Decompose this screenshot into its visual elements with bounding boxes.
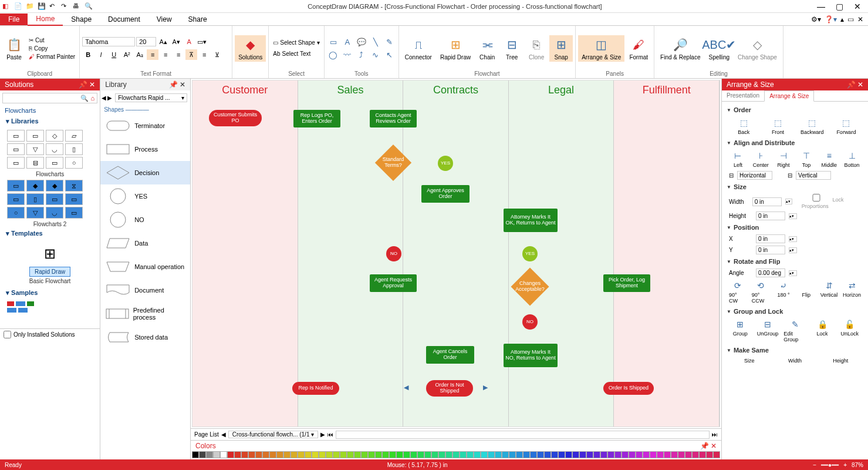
- color-swatch[interactable]: [220, 451, 227, 458]
- close-panel-icon[interactable]: ✕: [180, 80, 185, 89]
- align-middle[interactable]: ≡Middle: [820, 150, 838, 168]
- section-make-same[interactable]: Make Same: [727, 344, 863, 356]
- section-group[interactable]: Group and Lock: [727, 306, 863, 317]
- print-icon[interactable]: 🖶: [73, 2, 81, 11]
- solutions-button[interactable]: ◆ Solutions: [235, 35, 266, 62]
- angle-input[interactable]: [756, 268, 785, 277]
- tool-pointer-icon[interactable]: ↖: [383, 49, 396, 61]
- increase-font-icon[interactable]: A▴: [157, 36, 169, 47]
- node-attorney-ok[interactable]: Attorney Marks It OK, Returns to Agent: [504, 209, 558, 232]
- x-input[interactable]: [756, 234, 785, 243]
- swimlane-diagram[interactable]: Customer Sales Contracts Legal Fulfillme…: [192, 80, 720, 427]
- tab-document[interactable]: Document: [100, 14, 148, 25]
- tool-text-icon[interactable]: A: [341, 36, 354, 48]
- clone-button[interactable]: ⎘Clone: [525, 35, 548, 62]
- edit-group-btn[interactable]: ✎Edit Group: [783, 319, 806, 343]
- color-swatch[interactable]: [692, 451, 699, 458]
- shape-decision[interactable]: Decision: [100, 161, 190, 184]
- color-swatch[interactable]: [319, 451, 326, 458]
- zoom-slider[interactable]: ━━●━━: [821, 462, 839, 468]
- color-swatch[interactable]: [438, 451, 445, 458]
- color-swatch[interactable]: [326, 451, 333, 458]
- dist-vertical[interactable]: [796, 171, 831, 180]
- node-contacts-agent[interactable]: Contacts Agent Reviews Order: [370, 110, 417, 127]
- color-swatch[interactable]: [699, 451, 706, 458]
- node-order-shipped[interactable]: Order Is Shipped: [603, 382, 654, 395]
- color-swatch[interactable]: [516, 451, 523, 458]
- color-swatch[interactable]: [481, 451, 488, 458]
- rapid-draw-badge[interactable]: Rapid Draw: [29, 267, 70, 277]
- color-swatch[interactable]: [410, 451, 417, 458]
- color-swatch[interactable]: [706, 451, 713, 458]
- connector-button[interactable]: ⎍Connector: [401, 35, 435, 62]
- page-next-icon[interactable]: ▶: [320, 431, 325, 438]
- sample-preview[interactable]: [0, 299, 100, 328]
- color-swatch[interactable]: [340, 451, 347, 458]
- flip-vertical[interactable]: ⇵Vertical: [820, 280, 838, 304]
- color-swatch[interactable]: [467, 451, 474, 458]
- italic-icon[interactable]: I: [95, 49, 107, 60]
- color-swatch[interactable]: [671, 451, 678, 458]
- page-tab[interactable]: Cross-functional flowch... (1/1 ▾: [228, 431, 319, 438]
- node-no-1[interactable]: NO: [386, 246, 401, 261]
- tool-spline-icon[interactable]: ∿: [369, 49, 382, 61]
- shape-document[interactable]: Document: [100, 278, 190, 302]
- rotate-180[interactable]: ⤾180 °: [775, 280, 793, 304]
- color-swatch[interactable]: [530, 451, 537, 458]
- settings-dropdown-icon[interactable]: ⚙▾: [811, 15, 821, 24]
- zoom-out-icon[interactable]: −: [813, 462, 816, 468]
- align-right[interactable]: ⊣Right: [775, 150, 793, 168]
- color-swatch[interactable]: [192, 451, 199, 458]
- section-position[interactable]: Position: [727, 221, 863, 233]
- font-select[interactable]: [82, 37, 135, 46]
- color-swatch[interactable]: [607, 451, 614, 458]
- section-order[interactable]: Order: [727, 104, 863, 116]
- node-agent-requests[interactable]: Agent Requests Approval: [370, 274, 417, 292]
- select-text-button[interactable]: AbSelect Text: [271, 50, 322, 58]
- subscript-icon[interactable]: A₂: [134, 49, 146, 60]
- window-restore-icon[interactable]: ▭: [847, 15, 854, 24]
- nav-next-icon[interactable]: ▶: [483, 384, 488, 391]
- color-swatch[interactable]: [558, 451, 565, 458]
- page-last-icon[interactable]: ⏭: [712, 431, 718, 438]
- shape-process[interactable]: Process: [100, 137, 190, 161]
- align-right-icon[interactable]: ≡: [173, 49, 184, 60]
- color-swatch[interactable]: [396, 451, 403, 458]
- library-grid-2[interactable]: ▭◆◆⧖ ▭▯▭▭ ○▽◡▭: [0, 177, 100, 221]
- pin-icon[interactable]: 📌: [169, 80, 178, 89]
- page-prev-icon[interactable]: ◀: [221, 431, 226, 438]
- preview-icon[interactable]: 🔍: [85, 2, 93, 11]
- color-swatch[interactable]: [333, 451, 340, 458]
- order-forward[interactable]: ⬚Forward: [832, 118, 861, 135]
- cut-button[interactable]: ✂Cut: [27, 36, 77, 44]
- color-swatch[interactable]: [657, 451, 664, 458]
- tool-line-icon[interactable]: ╲: [369, 36, 382, 48]
- section-rotate[interactable]: Rotate and Flip: [727, 256, 863, 267]
- close-panel-icon[interactable]: ✕: [89, 80, 95, 89]
- color-swatch[interactable]: [312, 451, 319, 458]
- color-swatch[interactable]: [488, 451, 495, 458]
- nav-fwd-icon[interactable]: ▶: [107, 95, 112, 101]
- color-swatch[interactable]: [227, 451, 234, 458]
- color-swatch[interactable]: [509, 451, 516, 458]
- tab-home[interactable]: Home: [28, 13, 63, 26]
- color-swatch[interactable]: [572, 451, 579, 458]
- color-swatch[interactable]: [206, 451, 213, 458]
- order-front[interactable]: ⬚Front: [763, 118, 792, 135]
- color-swatch[interactable]: [255, 451, 262, 458]
- underline-icon[interactable]: U: [108, 49, 120, 60]
- spelling-button[interactable]: ABC✔Spelling: [705, 35, 733, 62]
- align-bottom[interactable]: ⊥Botton: [843, 150, 861, 168]
- color-swatch[interactable]: [593, 451, 600, 458]
- color-swatch[interactable]: [713, 451, 720, 458]
- format-painter-button[interactable]: 🖌Format Painter: [27, 53, 77, 61]
- color-swatch[interactable]: [276, 451, 283, 458]
- valign-bottom-icon[interactable]: ⊻: [211, 49, 223, 60]
- node-no-2[interactable]: NO: [522, 314, 538, 330]
- snap-button[interactable]: ⊞Snap: [549, 35, 573, 62]
- color-swatch[interactable]: [283, 451, 291, 458]
- close-panel-icon[interactable]: ✕: [857, 80, 863, 89]
- undo-icon[interactable]: ↶: [49, 2, 58, 11]
- library-dropdown[interactable]: Flowcharts Rapid ...▾: [115, 93, 187, 102]
- color-swatch[interactable]: [291, 451, 298, 458]
